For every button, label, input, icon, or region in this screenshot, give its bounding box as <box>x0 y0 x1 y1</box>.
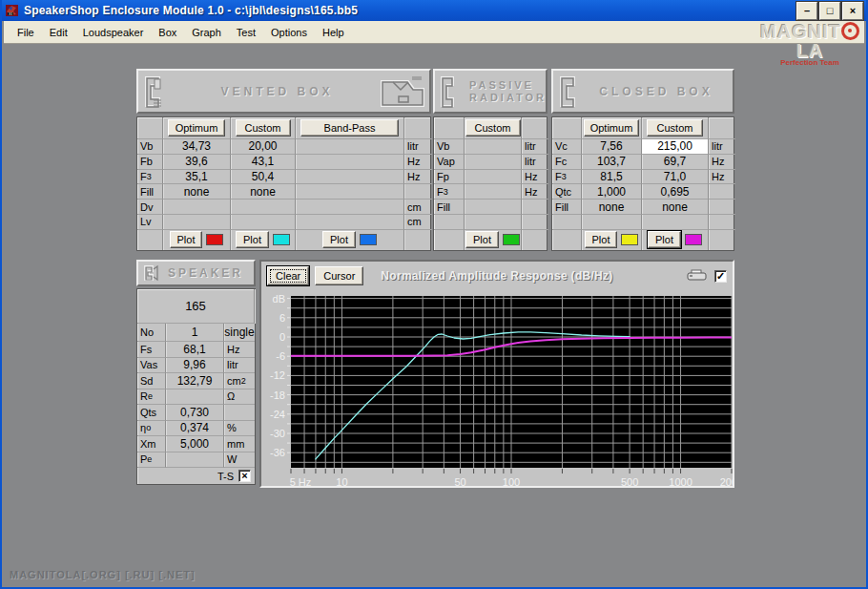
speaker-name[interactable]: 165 <box>137 289 255 324</box>
vented-value-cell[interactable]: 20,00 <box>231 139 296 155</box>
closed-custom-button[interactable]: Custom <box>647 119 703 137</box>
vented-value-cell[interactable] <box>296 155 404 170</box>
vented-value-cell[interactable] <box>163 215 231 230</box>
watermark-subtext: Perfection Team <box>757 58 862 67</box>
closed-row-label: Vc <box>552 139 582 155</box>
passive-value-cell[interactable] <box>465 155 522 170</box>
speaker-param-value[interactable] <box>166 452 224 469</box>
menu-item-file[interactable]: File <box>10 24 42 41</box>
menu-item-help[interactable]: Help <box>315 24 352 41</box>
passive-value-cell[interactable] <box>465 139 522 155</box>
vented-value-cell[interactable]: none <box>163 184 231 200</box>
vented-value-cell[interactable] <box>296 170 404 185</box>
closed-plot-button-optimum[interactable]: Plot <box>585 231 618 248</box>
graph-toolbar: Normalized Amplitude Response (dB/Hz) Cl… <box>263 263 731 288</box>
vented-plot-color-optimum <box>206 234 223 245</box>
vented-value-cell[interactable] <box>231 215 296 230</box>
maximize-button[interactable]: □ <box>819 2 840 20</box>
speaker-param-value[interactable]: 132,79 <box>166 373 224 389</box>
passive-value-cell[interactable] <box>465 184 522 200</box>
menu-item-loudspeaker[interactable]: Loudspeaker <box>75 24 152 41</box>
vented-value-cell[interactable] <box>296 184 404 200</box>
cursor-button[interactable]: Cursor <box>315 266 363 285</box>
close-button[interactable]: × <box>842 2 863 20</box>
closed-value-cell[interactable]: 103,7 <box>582 155 642 170</box>
graph-enable-checkbox[interactable]: ✓ <box>714 270 727 283</box>
speaker-param-value[interactable]: 5,000 <box>166 436 224 452</box>
closed-value-cell[interactable]: 215,00 <box>642 139 709 155</box>
vented-plot-color-custom <box>273 234 290 245</box>
closed-plot-corner <box>552 230 582 250</box>
minimize-button[interactable]: – <box>796 2 817 20</box>
menu-item-options[interactable]: Options <box>263 24 315 41</box>
closed-value-cell[interactable]: none <box>642 200 709 215</box>
closed-value-cell[interactable]: 7,56 <box>582 139 642 155</box>
speaker-param-label: Re <box>137 389 166 406</box>
passive-plot-unit <box>522 230 548 250</box>
vented-value-cell[interactable]: none <box>231 184 296 200</box>
speaker-table: 165No1singleFs68,1HzVas9,96litrSd132,79c… <box>136 288 256 485</box>
closed-value-cell[interactable]: 71,0 <box>642 170 709 185</box>
passive-plot-button-custom[interactable]: Plot <box>465 231 499 248</box>
vented-plot-button-band-pass[interactable]: Plot <box>322 231 356 248</box>
speaker-param-value[interactable]: 0,374 <box>166 421 224 437</box>
menu-item-test[interactable]: Test <box>229 24 263 41</box>
vented-value-cell[interactable]: 43,1 <box>231 155 296 170</box>
closed-value-cell[interactable]: 0,695 <box>642 184 709 200</box>
vented-value-cell[interactable] <box>296 139 404 155</box>
menu-item-graph[interactable]: Graph <box>184 24 229 41</box>
closed-optimum-button[interactable]: Optimum <box>584 119 639 137</box>
printer-icon[interactable] <box>686 269 709 283</box>
vented-row-label: Vb <box>137 139 163 155</box>
vented-value-cell[interactable] <box>231 200 296 215</box>
speaker-param-value[interactable] <box>166 389 224 406</box>
closed-row-label: Qtc <box>552 184 582 200</box>
passive-unit-cell: litr <box>522 139 548 155</box>
vented-value-cell[interactable]: 39,6 <box>163 155 231 170</box>
vented-band-pass-button[interactable]: Band-Pass <box>300 119 399 137</box>
vented-value-cell[interactable]: 50,4 <box>231 170 296 185</box>
vented-plot-unit <box>404 230 432 250</box>
menu-item-box[interactable]: Box <box>151 24 184 41</box>
passive-value-cell[interactable] <box>465 215 522 230</box>
title-bar[interactable]: XI SpeakerShop Enclosure Module 1.0 - c:… <box>2 0 866 21</box>
vented-plot-button-optimum[interactable]: Plot <box>170 231 203 248</box>
closed-value-cell[interactable]: 69,7 <box>642 155 709 170</box>
vented-value-cell[interactable] <box>296 215 404 230</box>
vented-optimum-button[interactable]: Optimum <box>168 119 225 137</box>
closed-value-cell[interactable]: 81,5 <box>582 170 642 185</box>
speaker-param-value[interactable]: 9,96 <box>166 358 224 374</box>
closed-value-cell[interactable] <box>642 215 709 230</box>
passive-row-label: F3 <box>434 184 465 200</box>
speaker-param-value[interactable]: 0,730 <box>166 405 224 421</box>
vented-value-cell[interactable]: 35,1 <box>163 170 231 185</box>
closed-unit-cell: litr <box>709 139 735 155</box>
clear-button[interactable]: Clear <box>267 266 309 285</box>
menu-item-edit[interactable]: Edit <box>42 24 75 41</box>
speaker-icon <box>142 263 161 283</box>
vented-plot-button-custom[interactable]: Plot <box>236 231 269 248</box>
closed-unit-cell <box>709 184 735 200</box>
speaker-param-value[interactable]: 68,1 <box>166 342 224 358</box>
vented-custom-button[interactable]: Custom <box>236 119 291 137</box>
y-axis-label: -12 <box>270 369 285 381</box>
speaker-mode-value[interactable]: single <box>224 324 255 342</box>
closed-plot-button-custom[interactable]: Plot <box>648 231 681 248</box>
passive-unit-header <box>522 117 548 139</box>
vented-value-cell[interactable] <box>163 200 231 215</box>
passive-value-cell[interactable] <box>465 200 522 215</box>
speaker-param-label: Xm <box>137 436 166 452</box>
ts-checkbox[interactable]: × <box>238 470 251 482</box>
passive-custom-button[interactable]: Custom <box>465 119 521 137</box>
vented-box-header: VENTED BOX <box>136 69 431 114</box>
vented-value-cell[interactable] <box>296 200 404 215</box>
closed-plot-color-custom <box>685 234 702 245</box>
vented-value-cell[interactable]: 34,73 <box>163 139 231 155</box>
speaker-param-label: ηo <box>137 421 166 437</box>
speaker-no-value[interactable]: 1 <box>166 324 224 342</box>
passive-value-cell[interactable] <box>465 170 522 185</box>
closed-value-cell[interactable]: none <box>582 200 642 215</box>
closed-box-table: OptimumCustomVc7,56215,00litrFc103,769,7… <box>551 116 734 251</box>
closed-value-cell[interactable] <box>582 215 642 230</box>
closed-value-cell[interactable]: 1,000 <box>582 184 642 200</box>
